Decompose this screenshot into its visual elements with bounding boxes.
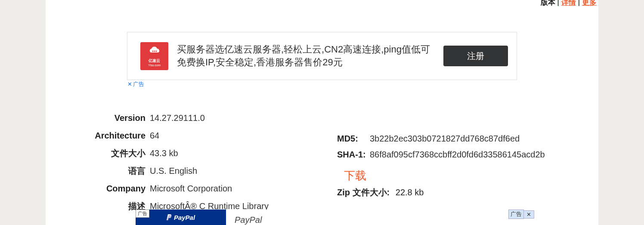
label-company: Company (46, 181, 150, 196)
ad-text: 买服务器选亿速云服务器,轻松上云,CN2高速连接,ping值低可免费换IP,安全… (177, 43, 435, 68)
cloud-icon (148, 45, 161, 57)
link-details[interactable]: 详情 (561, 0, 576, 6)
ad-bottom-left: 广告 PayPal (136, 210, 226, 225)
value-architecture: 64 (150, 128, 159, 143)
file-details: Version 14.27.29111.0 Architecture 64 文件… (46, 111, 598, 216)
value-zip-filesize: 22.8 kb (396, 188, 424, 197)
label-sha1: SHA-1: (337, 147, 370, 162)
row-version: Version 14.27.29111.0 (46, 111, 337, 126)
ad-banner-top[interactable]: 亿速云 Yisu.com 买服务器选亿速云服务器,轻松上云,CN2高速连接,pi… (127, 32, 517, 80)
ad-marker-text: 广告 (133, 81, 144, 87)
ad-tag: 广告 (136, 210, 149, 218)
svg-point-2 (155, 51, 157, 52)
top-filter-links: 版本 | 详情 | 更多 (541, 0, 597, 7)
separator: | (557, 0, 561, 6)
label-zip-filesize: Zip 文件大小: (337, 188, 390, 197)
download-header: 下载 (344, 168, 598, 183)
ad-register-button[interactable]: 注册 (443, 46, 508, 66)
spacer (337, 111, 598, 131)
top-prefix: 版本 (541, 0, 555, 6)
svg-point-1 (154, 51, 155, 52)
label-filesize: 文件大小 (46, 146, 150, 161)
label-architecture: Architecture (46, 128, 150, 143)
page-container: 版本 | 详情 | 更多 亿速云 Yisu.com 买服务器选亿速云服务器,轻松… (46, 0, 598, 225)
details-left-column: Version 14.27.29111.0 Architecture 64 文件… (46, 111, 337, 216)
row-language: 语言 U.S. English (46, 163, 337, 179)
paypal-logo: PayPal (167, 214, 195, 221)
label-version: Version (46, 111, 150, 126)
ad-bottom-title: PayPal (226, 210, 487, 225)
close-icon[interactable]: ✕ (127, 81, 132, 87)
label-description: 描述 (46, 199, 150, 214)
ad-logo-text: 亿速云 (149, 58, 160, 64)
value-filesize: 43.3 kb (150, 146, 178, 161)
ad-close-controls: 广告 ✕ (508, 210, 534, 219)
value-company: Microsoft Corporation (150, 181, 232, 196)
row-sha1: SHA-1: 86f8af095cf7368ccbff2d0fd6d335861… (337, 147, 598, 162)
ad-logo: 亿速云 Yisu.com (140, 42, 168, 70)
row-company: Company Microsoft Corporation (46, 181, 337, 196)
paypal-icon (167, 214, 173, 221)
close-icon[interactable]: ✕ (524, 210, 534, 219)
separator: | (578, 0, 582, 6)
ad-logo-sub: Yisu.com (148, 64, 161, 67)
value-version: 14.27.29111.0 (150, 111, 205, 126)
link-more[interactable]: 更多 (582, 0, 597, 6)
label-md5: MD5: (337, 131, 370, 146)
value-sha1: 86f8af095cf7368ccbff2d0fd6d33586145acd2b (370, 147, 545, 162)
value-md5: 3b22b2ec303b0721827dd768c87df6ed (370, 131, 520, 146)
value-language: U.S. English (150, 163, 197, 179)
details-right-column: MD5: 3b22b2ec303b0721827dd768c87df6ed SH… (337, 111, 598, 216)
ad-close-tag: 广告 (508, 210, 524, 219)
ad-marker[interactable]: ✕广告 (127, 80, 144, 88)
ad-banner-bottom[interactable]: 广告 PayPal PayPal 广告 ✕ (136, 210, 487, 225)
label-language: 语言 (46, 163, 150, 179)
svg-point-0 (152, 51, 153, 52)
row-architecture: Architecture 64 (46, 128, 337, 143)
row-md5: MD5: 3b22b2ec303b0721827dd768c87df6ed (337, 131, 598, 146)
row-filesize: 文件大小 43.3 kb (46, 146, 337, 161)
row-zip-filesize: Zip 文件大小: 22.8 kb (337, 186, 598, 199)
